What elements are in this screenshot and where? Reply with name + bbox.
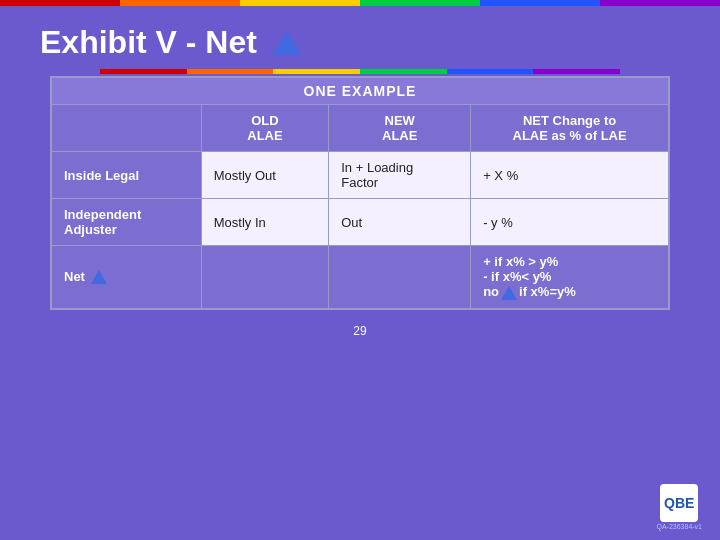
logo-sub: QA-236384-v1 (656, 523, 702, 530)
net-new-alae (329, 246, 471, 309)
net-old-alae (201, 246, 329, 309)
row-label-inside-legal: Inside Legal (52, 152, 202, 199)
row-label-independent-adjuster: IndependentAdjuster (52, 199, 202, 246)
inside-legal-new-alae: In + LoadingFactor (329, 152, 471, 199)
page-number: 29 (353, 324, 366, 338)
inside-legal-old-alae: Mostly Out (201, 152, 329, 199)
net-change-triangle-icon (501, 286, 517, 300)
exhibit-table: ONE EXAMPLE OLDALAE NEWALAE NET Change t… (51, 77, 669, 309)
net-triangle-icon (91, 270, 107, 284)
table-row: Inside Legal Mostly Out In + LoadingFact… (52, 152, 669, 199)
title-area: Exhibit V - Net (0, 6, 720, 69)
logo-area: QBE QA-236384-v1 (656, 484, 702, 530)
net-change: + if x% > y% - if x%< y% noif x%=y% (471, 246, 669, 309)
row-label-net: Net (52, 246, 202, 309)
main-table-container: ONE EXAMPLE OLDALAE NEWALAE NET Change t… (50, 76, 670, 310)
table-row: IndependentAdjuster Mostly In Out - y % (52, 199, 669, 246)
table-header-label: ONE EXAMPLE (52, 78, 669, 105)
logo-letters: QBE (664, 495, 694, 511)
col-header-0 (52, 105, 202, 152)
net-text: Net (64, 269, 85, 284)
independent-adjuster-old-alae: Mostly In (201, 199, 329, 246)
net-label-container: Net (64, 269, 189, 284)
page-number-area: 29 (353, 318, 366, 338)
independent-adjuster-net-change: - y % (471, 199, 669, 246)
col-header-net-change: NET Change toALAE as % of LAE (471, 105, 669, 152)
independent-adjuster-new-alae: Out (329, 199, 471, 246)
page-container: Exhibit V - Net ONE EXAMPLE OLDALAE NEWA… (0, 0, 720, 540)
logo-box: QBE (660, 484, 698, 522)
title-triangle-icon (273, 31, 301, 55)
col-header-new-alae: NEWALAE (329, 105, 471, 152)
inside-legal-net-change: + X % (471, 152, 669, 199)
table-row: Net + if x% > y% - if x%< y% noif x%=y% (52, 246, 669, 309)
rainbow-bar-subtitle (100, 69, 620, 74)
col-header-old-alae: OLDALAE (201, 105, 329, 152)
page-title: Exhibit V - Net (40, 24, 257, 61)
